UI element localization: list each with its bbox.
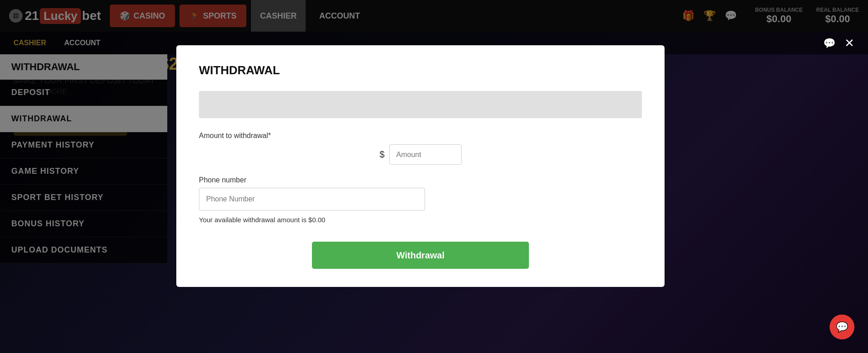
modal-chat-icon[interactable]: 💬 — [823, 38, 835, 49]
modal-controls: 💬 ✕ — [823, 36, 854, 50]
phone-input[interactable] — [199, 188, 425, 210]
phone-section: Phone number Your available withdrawal a… — [199, 176, 642, 224]
modal-title: WITHDRAWAL — [199, 63, 642, 77]
amount-input[interactable] — [389, 144, 462, 165]
withdraw-button[interactable]: Withdrawal — [312, 242, 529, 269]
amount-label: Amount to withdrawal* — [199, 132, 642, 140]
phone-label: Phone number — [199, 176, 642, 184]
modal-close-icon[interactable]: ✕ — [844, 36, 854, 50]
chat-bubble-icon: 💬 — [836, 321, 848, 333]
floating-chat-btn[interactable]: 💬 — [830, 315, 854, 339]
amount-row: $ — [199, 144, 642, 165]
amount-section: Amount to withdrawal* $ — [199, 132, 642, 165]
withdrawal-modal: WITHDRAWAL Amount to withdrawal* $ Phone… — [176, 45, 665, 287]
dollar-sign: $ — [379, 149, 384, 160]
available-amount-text: Your available withdrawal amount is $0.0… — [199, 216, 642, 224]
payment-method-bar[interactable] — [199, 91, 642, 118]
